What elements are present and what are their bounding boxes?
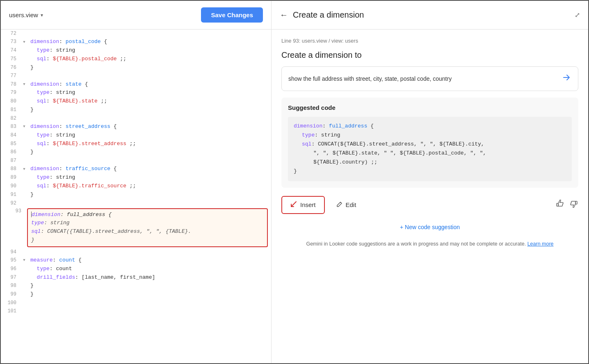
edit-label: Edit (346, 201, 356, 208)
code-line-row: 89 type: string (1, 173, 271, 182)
code-line-row: 100 (1, 299, 271, 307)
code-line-content: type: string (27, 131, 271, 140)
code-line-content: dimension: street_address { (27, 123, 271, 131)
insert-icon (290, 201, 297, 209)
line-number: 78 (1, 80, 21, 89)
line-number: 85 (1, 140, 21, 148)
code-line-row: 73▼dimension: postal_code { (1, 38, 271, 46)
svg-rect-0 (557, 203, 558, 206)
expand-icon[interactable]: ⤢ (575, 11, 580, 19)
code-line-content: drill_fields: [last_name, first_name] (27, 273, 271, 282)
line-number: 76 (1, 64, 21, 72)
code-line-row: 87 (1, 157, 271, 165)
code-line-content (27, 114, 271, 123)
code-line-content: } (27, 148, 271, 157)
code-line-content: type: count (27, 265, 271, 273)
location-text: Line 93: users.view / view: users (281, 38, 578, 44)
code-line-row: 94 (1, 248, 271, 256)
code-line-content (27, 307, 271, 315)
new-suggestion-link[interactable]: + New code suggestion (281, 221, 578, 234)
line-number: 99 (1, 290, 21, 299)
suggested-title: Suggested code (288, 104, 572, 111)
thumbs-down-icon[interactable] (569, 199, 578, 210)
edit-icon (336, 201, 342, 209)
line-number: 96 (1, 265, 21, 273)
line-number: 79 (1, 89, 21, 97)
line-number: 100 (1, 299, 21, 307)
code-line-row: 72 (1, 30, 271, 38)
code-line-content: measure: count { (27, 256, 271, 265)
learn-more-link[interactable]: Learn more (527, 241, 554, 247)
code-line-row: 92 (1, 199, 271, 207)
save-changes-button[interactable]: Save Changes (201, 7, 263, 23)
code-line-row: 98} (1, 282, 271, 290)
code-line-content (27, 30, 271, 38)
file-name-label[interactable]: users.view (9, 11, 38, 18)
line-number: 91 (1, 191, 21, 199)
code-line-row: 90 sql: ${TABLE}.traffic_source ;; (1, 182, 271, 191)
right-header: ← Create a dimension ⤢ (272, 1, 588, 30)
line-number: 95 (1, 256, 21, 265)
code-line-content: sql: ${TABLE}.street_address ;; (27, 140, 271, 148)
right-panel: ← Create a dimension ⤢ Line 93: users.vi… (272, 1, 588, 363)
suggested-code: dimension: full_address { type: string s… (288, 117, 572, 181)
edit-button[interactable]: Edit (331, 197, 361, 213)
right-header-left: ← Create a dimension (280, 10, 364, 20)
line-number: 101 (1, 307, 21, 315)
code-line-content: type: string (27, 173, 271, 182)
back-button[interactable]: ← (280, 10, 288, 20)
prompt-box: show the full address with street, city,… (281, 66, 578, 91)
disclaimer-body: Gemini in Looker code suggestions are a … (306, 241, 526, 247)
main-container: users.view ▾ Save Changes 7273▼dimension… (1, 1, 588, 363)
code-line-row: 75 sql: ${TABLE}.postal_code ;; (1, 55, 271, 64)
code-line-row: 88▼dimension: traffic_source { (1, 165, 271, 173)
line-number: 89 (1, 173, 21, 182)
code-line-row: 76} (1, 64, 271, 72)
left-header: users.view ▾ Save Changes (1, 1, 271, 30)
line-number: 81 (1, 106, 21, 114)
prompt-text[interactable]: show the full address with street, city,… (288, 75, 557, 82)
code-line-row: 91} (1, 191, 271, 199)
line-number: 83 (1, 123, 21, 131)
line-number: 94 (1, 248, 21, 256)
action-row: Insert Edit (281, 196, 578, 214)
inserted-code-block: dimension: full_address { type: string s… (27, 208, 268, 247)
svg-rect-1 (575, 201, 577, 204)
code-line-content: sql: ${TABLE}.postal_code ;; (27, 55, 271, 64)
left-panel: users.view ▾ Save Changes 7273▼dimension… (1, 1, 272, 363)
line-number: 75 (1, 55, 21, 64)
code-line-content: } (27, 290, 271, 299)
line-number: 97 (1, 273, 21, 282)
file-dropdown-chevron[interactable]: ▾ (41, 12, 43, 18)
line-number: 88 (1, 165, 21, 173)
code-line-row: 81} (1, 106, 271, 114)
code-line-content (27, 248, 271, 256)
code-line-content: dimension: postal_code { (27, 38, 271, 46)
code-line-content (27, 199, 271, 207)
code-line-content: } (27, 106, 271, 114)
code-editor[interactable]: 7273▼dimension: postal_code {74 type: st… (1, 30, 271, 363)
line-number: 90 (1, 182, 21, 191)
line-number: 77 (1, 72, 21, 80)
code-line-content: sql: ${TABLE}.traffic_source ;; (27, 182, 271, 191)
send-icon[interactable] (562, 73, 571, 85)
code-line-row: 96 type: count (1, 265, 271, 273)
code-line-row: 79 type: string (1, 89, 271, 97)
code-line-row: 85 sql: ${TABLE}.street_address ;; (1, 140, 271, 148)
thumbs-up-icon[interactable] (555, 199, 564, 210)
line-number: 80 (1, 97, 21, 106)
insert-button[interactable]: Insert (281, 196, 325, 214)
feedback-icons (555, 199, 578, 210)
code-line-row: 97 drill_fields: [last_name, first_name] (1, 273, 271, 282)
code-line-content: dimension: traffic_source { (27, 165, 271, 173)
code-table: 7273▼dimension: postal_code {74 type: st… (1, 30, 271, 315)
disclaimer-text: Gemini in Looker code suggestions are a … (281, 240, 578, 248)
code-line-row: 80 sql: ${TABLE}.state ;; (1, 97, 271, 106)
line-number: 92 (1, 199, 21, 207)
code-line-row: 74 type: string (1, 46, 271, 55)
suggested-section: Suggested code dimension: full_address {… (281, 98, 578, 188)
code-line-content (27, 157, 271, 165)
line-number: 74 (1, 46, 21, 55)
line-number: 84 (1, 131, 21, 140)
highlighted-block-row: 93 dimension: full_address { type: strin… (1, 207, 271, 248)
